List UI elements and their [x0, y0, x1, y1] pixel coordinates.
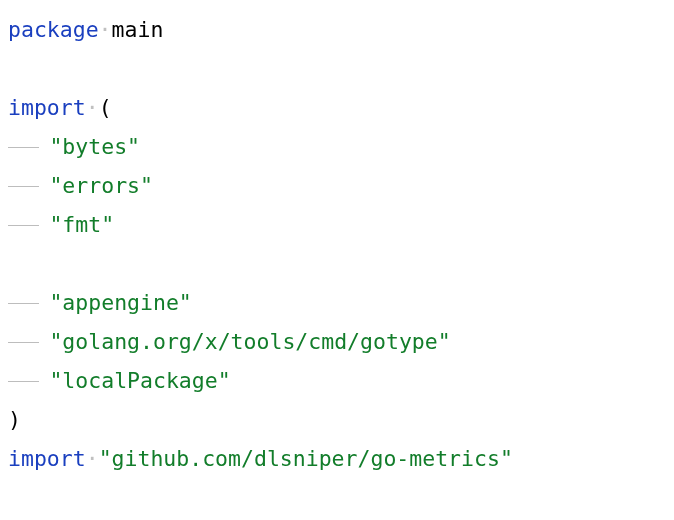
- import-line: "localPackage": [8, 368, 231, 393]
- indent-guide: [8, 283, 49, 322]
- import-path: "appengine": [49, 290, 191, 315]
- whitespace-dot: ·: [99, 17, 112, 42]
- import-path: "localPackage": [49, 368, 230, 393]
- indent-guide: [8, 361, 49, 400]
- open-paren: (: [99, 95, 112, 120]
- line-package: package·main: [8, 17, 163, 42]
- keyword-package: package: [8, 17, 99, 42]
- line-import-single: import·"github.com/dlsniper/go-metrics": [8, 446, 513, 471]
- close-paren: ): [8, 407, 21, 432]
- import-line: "errors": [8, 173, 153, 198]
- indent-guide: [8, 205, 49, 244]
- indent-guide: [8, 322, 49, 361]
- indent-guide: [8, 127, 49, 166]
- whitespace-dot: ·: [86, 446, 99, 471]
- keyword-import: import: [8, 446, 86, 471]
- import-line: "appengine": [8, 290, 192, 315]
- import-path: "bytes": [49, 134, 140, 159]
- import-path: "golang.org/x/tools/cmd/gotype": [49, 329, 450, 354]
- import-path: "fmt": [49, 212, 114, 237]
- import-path: "github.com/dlsniper/go-metrics": [99, 446, 513, 471]
- import-line: "bytes": [8, 134, 140, 159]
- import-line: "fmt": [8, 212, 114, 237]
- indent-guide: [8, 166, 49, 205]
- whitespace-dot: ·: [86, 95, 99, 120]
- import-path: "errors": [49, 173, 153, 198]
- keyword-import: import: [8, 95, 86, 120]
- go-source-code: package·main import·( "bytes" "errors" "…: [0, 0, 674, 486]
- package-name: main: [112, 17, 164, 42]
- line-import-open: import·(: [8, 95, 112, 120]
- import-line: "golang.org/x/tools/cmd/gotype": [8, 329, 451, 354]
- line-import-close: ): [8, 407, 21, 432]
